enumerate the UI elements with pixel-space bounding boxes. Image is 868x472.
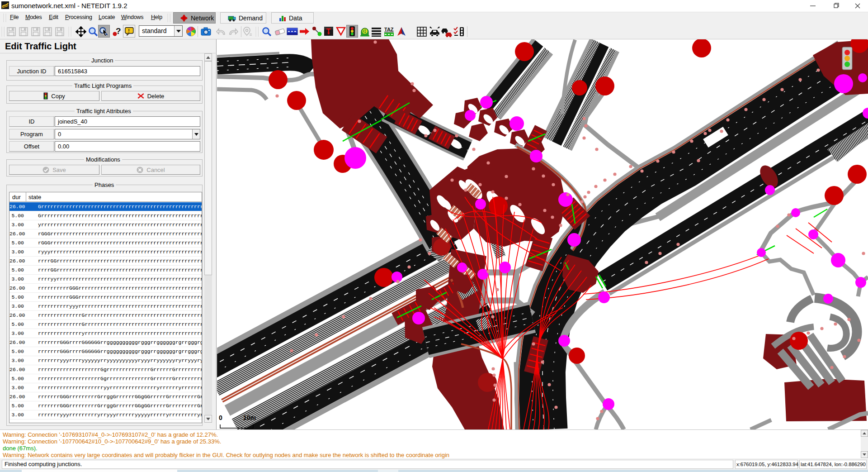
svg-text:?: ? (116, 26, 121, 36)
svg-text:0: 0 (219, 414, 222, 421)
svg-text:!: ! (128, 28, 130, 33)
svg-text:10m: 10m (243, 414, 256, 421)
svg-text:TAZ: TAZ (384, 27, 394, 32)
svg-text:H: H (363, 29, 367, 34)
